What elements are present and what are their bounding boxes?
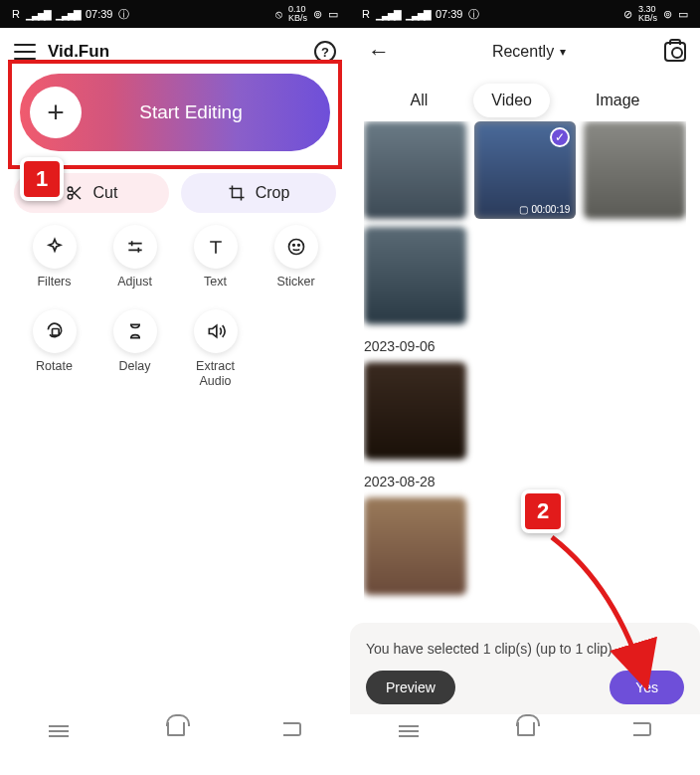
section-date: 2023-09-06 — [364, 338, 686, 354]
tool-label: Text — [204, 275, 227, 290]
svg-point-2 — [288, 240, 303, 255]
signal-icon — [376, 8, 400, 20]
annotation-badge-2: 2 — [521, 489, 565, 533]
menu-icon[interactable] — [14, 44, 36, 60]
video-thumb[interactable] — [364, 497, 466, 595]
picker-appbar: ← Recently ▾ — [350, 28, 700, 76]
svg-point-0 — [68, 187, 73, 192]
video-thumb-selected[interactable]: ✓ ▢ 00:00:19 — [474, 121, 577, 219]
tool-adjust[interactable]: Adjust — [94, 225, 175, 290]
net-speed: 3.30KB/s — [638, 5, 657, 23]
sort-label: Recently — [492, 43, 554, 61]
clock: 07:39 — [436, 8, 463, 20]
signal-icon — [56, 8, 80, 20]
tool-delay[interactable]: Delay — [94, 309, 175, 389]
section-date: 2023-08-28 — [364, 474, 686, 489]
audio-icon — [206, 321, 226, 341]
yes-button[interactable]: Yes — [610, 671, 684, 704]
tool-sticker[interactable]: Sticker — [256, 225, 336, 290]
wifi-icon: ⊚ — [313, 8, 322, 21]
annotation-badge-1: 1 — [20, 157, 64, 201]
video-duration: ▢ 00:00:19 — [519, 204, 570, 215]
text-icon — [206, 237, 226, 257]
home-button[interactable] — [167, 722, 185, 736]
svg-rect-5 — [52, 329, 59, 336]
tool-label: Extract Audio — [196, 359, 235, 389]
sort-dropdown[interactable]: Recently ▾ — [406, 43, 652, 61]
adjust-icon — [125, 237, 145, 257]
tool-label: Delay — [119, 359, 151, 374]
dnd-icon: ⦸ — [275, 8, 282, 21]
selection-sheet: You have selected 1 clip(s) (up to 1 cli… — [350, 623, 700, 714]
video-thumb[interactable] — [364, 362, 466, 460]
status-bar: R 07:39 ⓘ ⊘ 3.30KB/s ⊚ ▭ — [350, 0, 700, 28]
camera-icon[interactable] — [664, 42, 686, 62]
recents-button[interactable] — [399, 722, 419, 736]
tool-extract-audio[interactable]: Extract Audio — [175, 309, 256, 389]
chevron-down-icon: ▾ — [560, 45, 566, 59]
back-button[interactable] — [283, 722, 301, 736]
info-icon: ⓘ — [468, 7, 479, 22]
tab-all[interactable]: All — [393, 84, 446, 117]
battery-icon: ▭ — [678, 8, 688, 21]
crop-icon — [228, 184, 246, 202]
svg-point-3 — [292, 245, 294, 247]
screen-picker: R 07:39 ⓘ ⊘ 3.30KB/s ⊚ ▭ ← Recently ▾ Al… — [350, 0, 700, 744]
crop-button[interactable]: Crop — [181, 173, 336, 213]
crop-label: Crop — [256, 184, 290, 202]
tool-label: Sticker — [276, 275, 314, 290]
clock: 07:39 — [86, 8, 113, 20]
tool-text[interactable]: Text — [175, 225, 256, 290]
cut-label: Cut — [93, 184, 118, 202]
scissors-icon — [66, 184, 84, 202]
sticker-icon — [286, 237, 306, 257]
tool-label: Rotate — [36, 359, 73, 374]
tool-label: Filters — [37, 275, 71, 290]
tool-label: Adjust — [117, 275, 152, 290]
screen-home: R 07:39 ⓘ ⦸ 0.10KB/s ⊚ ▭ Vid.Fun ? + Sta… — [0, 0, 350, 744]
info-icon: ⓘ — [118, 7, 129, 22]
tool-rotate[interactable]: Rotate — [14, 309, 94, 389]
tools-grid: Filters Adjust Text Sticker Rotate Delay… — [14, 225, 336, 389]
signal-icon — [406, 8, 430, 20]
status-bar: R 07:39 ⓘ ⦸ 0.10KB/s ⊚ ▭ — [0, 0, 350, 28]
preview-button[interactable]: Preview — [366, 671, 455, 704]
rotate-icon — [45, 321, 65, 341]
carrier-label: R — [362, 8, 370, 20]
delay-icon — [125, 321, 145, 341]
video-thumb[interactable] — [584, 121, 686, 219]
android-navbar — [0, 714, 350, 744]
svg-point-1 — [68, 195, 73, 200]
filters-icon — [45, 237, 65, 257]
back-button[interactable] — [633, 722, 651, 736]
tab-video[interactable]: Video — [473, 84, 550, 117]
android-navbar — [350, 714, 700, 744]
home-button[interactable] — [517, 722, 535, 736]
dnd-icon: ⊘ — [623, 8, 632, 21]
signal-icon — [26, 8, 50, 20]
battery-icon: ▭ — [328, 8, 338, 21]
app-title: Vid.Fun — [48, 42, 302, 62]
video-thumb[interactable] — [364, 227, 466, 324]
wifi-icon: ⊚ — [663, 8, 672, 21]
carrier-label: R — [12, 8, 20, 20]
svg-point-4 — [297, 245, 299, 247]
back-icon[interactable]: ← — [364, 35, 394, 69]
annotation-box-1 — [8, 60, 342, 169]
video-thumb[interactable] — [364, 121, 466, 219]
tab-image[interactable]: Image — [578, 84, 657, 117]
recents-button[interactable] — [49, 722, 69, 736]
selection-text: You have selected 1 clip(s) (up to 1 cli… — [366, 641, 684, 657]
tool-filters[interactable]: Filters — [14, 225, 94, 290]
net-speed: 0.10KB/s — [288, 5, 307, 23]
